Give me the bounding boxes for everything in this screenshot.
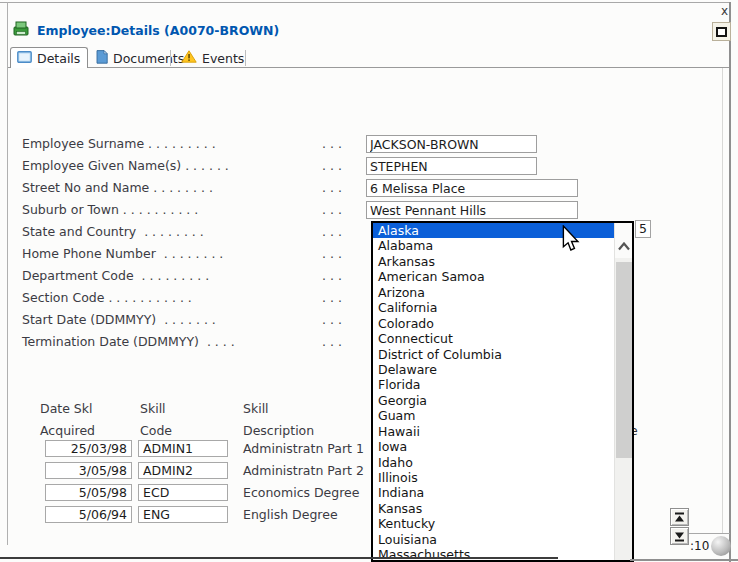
bottom-right-edge [630, 559, 738, 561]
scrollbar-thumb[interactable] [616, 262, 632, 458]
dot-leader: . . . [322, 135, 342, 153]
form-row: Suburb or Town . . . . . . . . . . . . . [0, 201, 738, 219]
dropdown-option[interactable]: Idaho [373, 455, 614, 470]
dot-leader: . . . [322, 223, 342, 241]
skill-date-input[interactable] [45, 506, 132, 523]
tab-separator [245, 50, 246, 66]
skills-col-header: Date Skl [40, 400, 93, 418]
maximize-button[interactable] [712, 22, 731, 41]
dot-leader: . . . [322, 289, 342, 307]
dot-leader: . . . [322, 245, 342, 263]
field-label: Street No and Name . . . . . . . . [22, 179, 213, 197]
skills-col-header: Skill [140, 400, 166, 418]
form-row: Employee Surname . . . . . . . . . . . . [0, 135, 738, 153]
dropdown-option[interactable]: Illinois [373, 470, 614, 485]
scroll-up-button[interactable] [615, 223, 632, 258]
dropdown-option[interactable]: Kentucky [373, 516, 614, 531]
tab-label: Documents [113, 51, 184, 66]
skills-col-header: Description [243, 422, 314, 440]
dot-leader: . . . [322, 311, 342, 329]
dropdown-scrollbar[interactable] [614, 223, 632, 560]
skill-date-input[interactable] [45, 484, 132, 501]
state-field-fragment[interactable]: 5 [635, 220, 651, 238]
dropdown-option[interactable]: Connecticut [373, 331, 614, 346]
skill-code-input[interactable] [138, 440, 228, 457]
scroll-top-icon [674, 508, 685, 527]
dropdown-option[interactable]: Louisiana [373, 532, 614, 547]
document-icon [96, 50, 108, 67]
field-label: State and Country . . . . . . . . [22, 223, 204, 241]
scroll-to-bottom-button[interactable] [670, 527, 689, 545]
employee-app-icon [12, 20, 30, 38]
tab-label: Details [37, 51, 80, 66]
dot-leader: . . . [322, 179, 342, 197]
field-input[interactable] [366, 201, 578, 219]
maximize-icon [716, 27, 727, 37]
dropdown-option[interactable]: Arizona [373, 285, 614, 300]
cursor-arrow-icon [562, 225, 580, 256]
dropdown-option[interactable]: District of Columbia [373, 347, 614, 362]
tab-separator [170, 50, 171, 66]
field-label: Start Date (DDMMYY) . . . . . . . [22, 311, 216, 329]
field-label: Home Phone Number . . . . . . . . [22, 245, 223, 263]
scroll-bottom-icon [674, 527, 685, 546]
status-sphere-icon [711, 536, 731, 556]
skill-description: Administratn Part 1 [243, 440, 364, 457]
scroll-to-top-button[interactable] [670, 508, 689, 526]
bottom-window-edge [0, 557, 558, 559]
skills-col-header: Skill [243, 400, 269, 418]
dropdown-options: Alaska Alabama Arkansas American Samoa A… [373, 223, 614, 560]
tab-events[interactable]: Events [181, 49, 244, 67]
employee-details-window: x Employee:Details (A0070-BROWN) Details [0, 0, 738, 562]
close-icon[interactable]: x [721, 4, 728, 18]
dot-leader: . . . [322, 157, 342, 175]
pager-position-label: :10 [690, 539, 709, 553]
dropdown-option[interactable]: Florida [373, 377, 614, 392]
dropdown-option[interactable]: Guam [373, 408, 614, 423]
dot-leader: . . . [322, 267, 342, 285]
state-dropdown-list: Alaska Alabama Arkansas American Samoa A… [371, 221, 634, 562]
details-tab-icon [17, 51, 32, 66]
dropdown-option[interactable]: Indiana [373, 485, 614, 500]
tab-panel-border [8, 67, 729, 68]
dropdown-option[interactable]: Georgia [373, 393, 614, 408]
tab-details[interactable]: Details [10, 47, 88, 68]
field-input[interactable] [366, 135, 537, 153]
dropdown-option[interactable]: Colorado [373, 316, 614, 331]
field-input[interactable] [366, 179, 578, 197]
skill-code-input[interactable] [138, 484, 228, 501]
form-row: Employee Given Name(s) . . . . . . . . . [0, 157, 738, 175]
dropdown-option[interactable]: American Samoa [373, 269, 614, 284]
dropdown-option[interactable]: Iowa [373, 439, 614, 454]
tab-label: Events [202, 51, 244, 66]
form-row: Street No and Name . . . . . . . . . . . [0, 179, 738, 197]
dropdown-option[interactable]: California [373, 300, 614, 315]
tab-documents[interactable]: Documents [96, 49, 184, 67]
warning-icon [181, 50, 197, 66]
skills-col-header: Acquired [40, 422, 95, 440]
field-input[interactable] [366, 157, 537, 175]
dot-leader: . . . [322, 333, 342, 351]
field-label: Department Code . . . . . . . . . [22, 267, 209, 285]
skill-description: English Degree [243, 506, 338, 523]
skill-date-input[interactable] [45, 462, 132, 479]
dropdown-option[interactable]: Delaware [373, 362, 614, 377]
skill-code-input[interactable] [138, 506, 228, 523]
panel-bottom-border [688, 533, 730, 534]
field-label: Employee Given Name(s) . . . . . . [22, 157, 229, 175]
field-label: Section Code . . . . . . . . . . . [22, 289, 192, 307]
skill-description: Administratn Part 2 [243, 462, 364, 479]
dropdown-option[interactable]: Arkansas [373, 254, 614, 269]
chevron-up-icon [618, 236, 630, 255]
skill-date-input[interactable] [45, 440, 132, 457]
skill-code-input[interactable] [138, 462, 228, 479]
dot-leader: . . . [322, 201, 342, 219]
window-title: Employee:Details (A0070-BROWN) [37, 23, 279, 38]
field-label: Termination Date (DDMMYY) . . . . [22, 333, 235, 351]
field-label: Suburb or Town . . . . . . . . . . [22, 201, 198, 219]
skill-description: Economics Degree [243, 484, 360, 501]
field-label: Employee Surname . . . . . . . . . [22, 135, 216, 153]
dropdown-option[interactable]: Kansas [373, 501, 614, 516]
skills-col-header: Code [140, 422, 172, 440]
dropdown-option[interactable]: Hawaii [373, 424, 614, 439]
